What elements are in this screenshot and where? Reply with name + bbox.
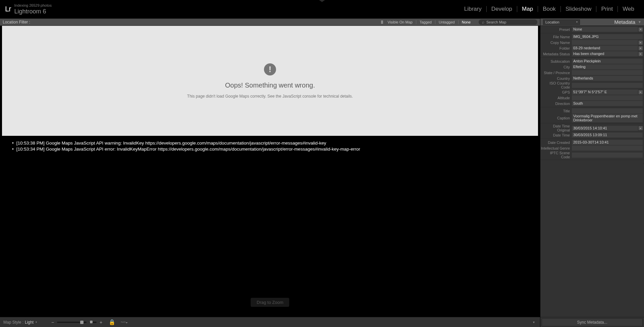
metadata-row: ISO Country Code	[540, 81, 644, 89]
metadata-action-icon[interactable]: ▸	[639, 126, 643, 130]
metadata-row: Date Time30/03/2015 13:09:11	[540, 132, 644, 138]
metadata-row: CountryNetherlands	[540, 75, 644, 81]
metadata-value[interactable]	[572, 146, 643, 151]
error-message: This page didn't load Google Maps correc…	[187, 94, 353, 99]
zoom-slider-fine[interactable]	[89, 322, 97, 323]
metadata-value[interactable]	[572, 70, 643, 75]
metadata-panel-title[interactable]: Metadata	[614, 19, 636, 25]
metadata-fields: Preset None ▾ File NameIMG_9504.JPGCopy …	[540, 26, 644, 317]
metadata-label: Preset	[540, 28, 571, 32]
zoom-slider[interactable]	[57, 322, 87, 323]
filter-option-none[interactable]: None	[459, 20, 474, 24]
metadata-panel: Location ▾ Metadata ▼ Preset None ▾ File…	[540, 18, 644, 327]
map-style-value[interactable]: Light	[25, 320, 34, 325]
chevron-updown-icon[interactable]: ▾	[36, 321, 37, 324]
module-develop[interactable]: Develop	[487, 6, 517, 12]
panel-collapse-icon[interactable]: ▼	[638, 20, 641, 24]
metadata-value[interactable]: South	[572, 101, 643, 106]
metadata-value[interactable]	[572, 153, 643, 158]
bullet-icon: •	[12, 141, 14, 146]
metadata-label: Folder	[540, 46, 571, 50]
metadata-value[interactable]: Anton Pieckplein	[572, 59, 643, 64]
filter-options: Visible On MapTaggedUntaggedNone	[384, 20, 474, 24]
search-icon: ⌕	[482, 20, 484, 24]
metadata-row: Intellectual Genre	[540, 145, 644, 151]
metadata-row: State / Province	[540, 70, 644, 75]
map-canvas[interactable]: ! Oops! Something went wrong. This page …	[2, 26, 538, 136]
metadata-value[interactable]: 2015-03-30T14:10:41	[572, 140, 643, 145]
metadata-row: Folder03-29 nederland▸	[540, 45, 644, 51]
metadata-action-icon[interactable]: ▸	[639, 90, 643, 94]
tracklog-icon[interactable]: 〰▾	[121, 320, 128, 325]
metadata-row: Title	[540, 108, 644, 114]
metadata-label: Date Time	[540, 133, 571, 137]
metadata-label: Intellectual Genre	[540, 146, 571, 150]
metadata-value[interactable]: 03-29 nederland	[572, 46, 638, 51]
metadata-panel-header: Location ▾ Metadata ▼	[540, 18, 644, 26]
metadata-label: Date Created	[540, 141, 571, 145]
metadata-label: IPTC Scene Code	[540, 151, 571, 159]
error-icon: !	[264, 63, 276, 75]
filter-toggle-icon[interactable]	[381, 20, 383, 24]
indexing-status: Indexing 26529 photos	[14, 3, 52, 7]
app-header: Lr Indexing 26529 photos Lightroom 6 Lib…	[0, 0, 644, 18]
metadata-preset-value[interactable]: None	[572, 27, 638, 32]
sync-metadata-button[interactable]: Sync Metadata...	[542, 318, 643, 326]
metadata-row: Date Time Original30/03/2015 14:10:41▸	[540, 124, 644, 132]
metadata-label: Altitude	[540, 96, 571, 100]
chevron-updown-icon: ▾	[576, 20, 578, 23]
metadata-value[interactable]: Netherlands	[572, 76, 643, 81]
metadata-label: Title	[540, 109, 571, 113]
module-print[interactable]: Print	[596, 6, 618, 12]
zoom-controls: − +	[50, 320, 103, 325]
zoom-in-button[interactable]: +	[99, 320, 103, 325]
module-library[interactable]: Library	[460, 6, 486, 12]
filter-option-untagged[interactable]: Untagged	[435, 20, 458, 24]
chevron-updown-icon[interactable]: ▾	[639, 28, 643, 32]
metadata-set-label: Location	[545, 20, 559, 24]
module-web[interactable]: Web	[618, 6, 639, 12]
metadata-value[interactable]: 30/03/2015 13:09:11	[572, 132, 643, 138]
metadata-value[interactable]: 51°39'7" N 5°2'57" E	[572, 90, 638, 95]
metadata-row-preset: Preset None ▾	[540, 26, 644, 32]
metadata-action-icon[interactable]: ▸	[639, 52, 643, 56]
metadata-label: File Name	[540, 35, 571, 39]
metadata-value[interactable]	[572, 108, 643, 113]
metadata-value[interactable]: Voormalig Poppentheater en pomp met Drin…	[572, 114, 643, 122]
chevron-down-icon[interactable]: ▾	[531, 320, 537, 324]
metadata-value[interactable]	[572, 83, 643, 88]
metadata-action-icon[interactable]: ▸	[639, 46, 643, 50]
metadata-label: GPS	[540, 90, 571, 94]
module-map[interactable]: Map	[517, 6, 538, 12]
metadata-value[interactable]: IMG_9504.JPG	[572, 34, 643, 39]
metadata-action-icon[interactable]: ▸	[639, 41, 643, 45]
module-slideshow[interactable]: Slideshow	[561, 6, 596, 12]
filter-option-tagged[interactable]: Tagged	[416, 20, 435, 24]
metadata-value[interactable]: 30/03/2015 14:10:41	[572, 126, 638, 131]
app-title-block: Indexing 26529 photos Lightroom 6	[14, 3, 52, 15]
drag-to-zoom-hint: Drag to Zoom	[251, 298, 289, 307]
filter-option-visible-on-map[interactable]: Visible On Map	[384, 20, 416, 24]
console-line-2: [10:53:34 PM] Google Maps JavaScript API…	[16, 147, 360, 152]
metadata-label: Caption	[540, 116, 571, 120]
metadata-row: IPTC Scene Code	[540, 151, 644, 159]
map-toolbar: Map Style : Light ▾ − + 🔒 〰▾ ▾	[0, 317, 540, 327]
error-title: Oops! Something went wrong.	[225, 81, 315, 89]
metadata-value[interactable]	[572, 95, 643, 100]
module-book[interactable]: Book	[538, 6, 560, 12]
metadata-row: DirectionSouth	[540, 101, 644, 106]
lock-icon[interactable]: 🔒	[109, 319, 115, 325]
metadata-row: File NameIMG_9504.JPG	[540, 34, 644, 40]
metadata-value[interactable]: Efteling	[572, 64, 643, 69]
metadata-set-dropdown[interactable]: Location ▾	[543, 19, 580, 25]
metadata-label: Date Time Original	[540, 124, 571, 132]
metadata-row: CityEfteling	[540, 64, 644, 70]
metadata-label: State / Province	[540, 71, 571, 75]
console-line-1: [10:53:38 PM] Google Maps JavaScript API…	[16, 141, 326, 146]
zoom-out-button[interactable]: −	[50, 320, 55, 325]
metadata-row: Altitude	[540, 95, 644, 101]
search-placeholder: Search Map	[486, 20, 506, 24]
search-map-input[interactable]: ⌕ Search Map	[479, 19, 537, 25]
metadata-value[interactable]: Has been changed	[572, 51, 638, 56]
metadata-value[interactable]	[572, 40, 638, 45]
